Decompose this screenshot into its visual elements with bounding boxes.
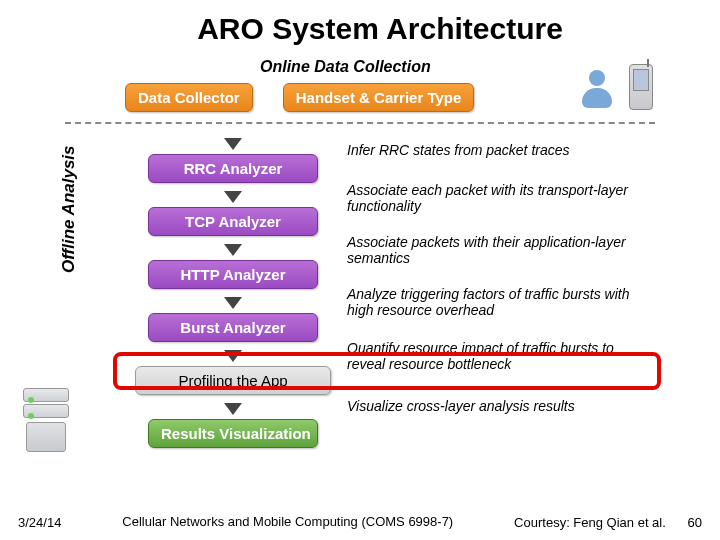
slide-footer: 3/24/14 Cellular Networks and Mobile Com…: [0, 514, 720, 530]
slide-title: ARO System Architecture: [40, 12, 720, 46]
pipeline-stage: Profiling the App: [133, 350, 333, 395]
pipeline-stage: Results Visualization: [133, 403, 333, 448]
stage-description: Visualize cross-layer analysis results: [347, 398, 647, 414]
footer-course: Cellular Networks and Mobile Computing (…: [61, 514, 514, 530]
user-icon: [579, 70, 615, 112]
stage-description: Analyze triggering factors of traffic bu…: [347, 286, 647, 318]
stage-box: Results Visualization: [148, 419, 318, 448]
arrow-down-icon: [224, 138, 242, 150]
footer-right: Courtesy: Feng Qian et al. 60: [514, 515, 702, 530]
offline-section-label: Offline Analysis: [59, 145, 79, 273]
server-icon: [23, 388, 69, 450]
stage-description: Quantify resource impact of traffic burs…: [347, 340, 647, 372]
stage-box: Burst Analyzer: [148, 313, 318, 342]
section-divider: [65, 122, 655, 124]
arrow-down-icon: [224, 244, 242, 256]
footer-date: 3/24/14: [18, 515, 61, 530]
online-section-label: Online Data Collection: [260, 58, 431, 76]
stage-description: Associate each packet with its transport…: [347, 182, 647, 214]
phone-icon: [629, 64, 653, 110]
pipeline-column: RRC AnalyzerTCP AnalyzerHTTP AnalyzerBur…: [133, 136, 333, 456]
stage-box: HTTP Analyzer: [148, 260, 318, 289]
stage-box: TCP Analyzer: [148, 207, 318, 236]
stage-box: Profiling the App: [135, 366, 331, 395]
pipeline-stage: HTTP Analyzer: [133, 244, 333, 289]
footer-page: 60: [688, 515, 702, 530]
footer-courtesy: Courtesy: Feng Qian et al.: [514, 515, 666, 530]
pipeline-stage: Burst Analyzer: [133, 297, 333, 342]
arrow-down-icon: [224, 191, 242, 203]
pipeline-stage: RRC Analyzer: [133, 138, 333, 183]
arrow-down-icon: [224, 297, 242, 309]
architecture-diagram: Online Data Collection Data Collector Ha…: [85, 58, 665, 468]
arrow-down-icon: [224, 403, 242, 415]
stage-box: RRC Analyzer: [148, 154, 318, 183]
online-row: Data Collector Handset & Carrier Type: [125, 82, 474, 112]
stage-description: Infer RRC states from packet traces: [347, 142, 647, 158]
pipeline-stage: TCP Analyzer: [133, 191, 333, 236]
stage-description: Associate packets with their application…: [347, 234, 647, 266]
carrier-type-box: Handset & Carrier Type: [283, 83, 475, 112]
arrow-down-icon: [224, 350, 242, 362]
data-collector-box: Data Collector: [125, 83, 253, 112]
